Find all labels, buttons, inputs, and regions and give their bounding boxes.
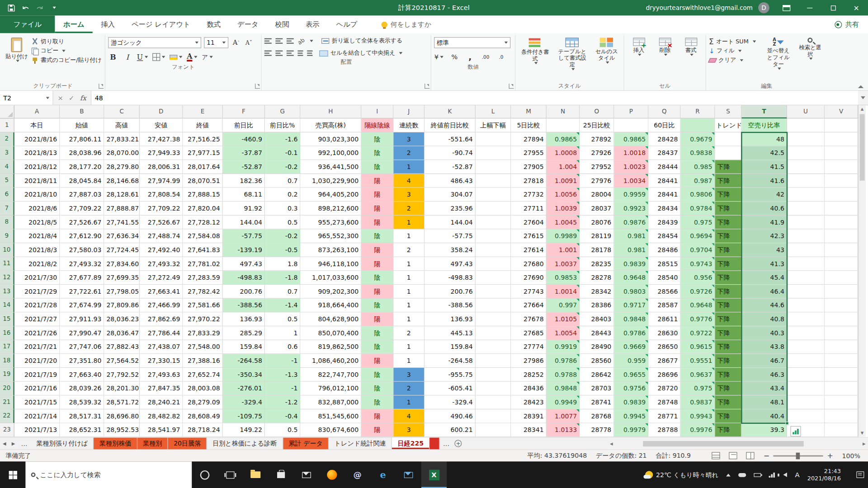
cell[interactable]: 0.9945 bbox=[614, 409, 648, 423]
cell[interactable] bbox=[825, 340, 858, 354]
sheet-tab[interactable]: トレンド統計関連 bbox=[329, 438, 392, 450]
cell[interactable]: -498.83 bbox=[223, 271, 265, 285]
cell[interactable]: 804,628,900 bbox=[301, 312, 362, 326]
cell[interactable]: 0.981 bbox=[614, 243, 648, 257]
cell[interactable] bbox=[787, 230, 825, 244]
cell[interactable] bbox=[476, 340, 511, 354]
cell[interactable]: 27,652.74 bbox=[183, 368, 223, 382]
cell[interactable]: 27952 bbox=[580, 160, 614, 174]
cell[interactable]: -139.19 bbox=[223, 243, 265, 257]
cell[interactable]: 陰 bbox=[361, 340, 393, 354]
row-header-7[interactable]: 7 bbox=[0, 202, 14, 216]
cell[interactable]: 28444 bbox=[648, 160, 680, 174]
row-header-12[interactable]: 12 bbox=[0, 271, 14, 285]
cell[interactable]: -1.6 bbox=[265, 132, 300, 146]
account-email[interactable]: dryyourtearswithlove1@gmail.com bbox=[646, 4, 753, 11]
row-header-6[interactable]: 6 bbox=[0, 188, 14, 202]
cell[interactable]: 28,539.32 bbox=[60, 395, 104, 409]
cell[interactable]: 235.96 bbox=[425, 202, 476, 216]
qat-customize-icon[interactable] bbox=[47, 1, 61, 14]
cell[interactable]: 下降 bbox=[715, 174, 742, 188]
cell[interactable] bbox=[787, 409, 825, 423]
cell[interactable]: 28386 bbox=[580, 299, 614, 313]
scroll-down-icon[interactable]: ▼ bbox=[859, 429, 866, 437]
row-header-14[interactable]: 14 bbox=[0, 299, 14, 313]
cell[interactable]: 27,882.43 bbox=[104, 340, 139, 354]
header-cell[interactable]: 5日比較 bbox=[511, 118, 546, 132]
cell[interactable] bbox=[825, 354, 858, 368]
cell[interactable]: -52.87 bbox=[223, 160, 265, 174]
cell[interactable]: 27905 bbox=[511, 160, 546, 174]
cell[interactable] bbox=[787, 382, 825, 396]
cell[interactable]: 2021/7/21 bbox=[14, 340, 60, 354]
cell[interactable]: 0.9848 bbox=[614, 312, 648, 326]
cell[interactable]: 0.9839 bbox=[614, 395, 648, 409]
cell[interactable]: 1.0039 bbox=[547, 202, 580, 216]
cell[interactable]: 822,747,700 bbox=[301, 368, 362, 382]
cell[interactable]: 28,541.97 bbox=[140, 423, 183, 437]
cell[interactable]: 40.4 bbox=[741, 409, 787, 423]
cell[interactable]: 0.997 bbox=[547, 299, 580, 313]
sheet-tab[interactable]: 業種別株価 bbox=[94, 438, 137, 450]
cell[interactable]: 27976 bbox=[580, 174, 614, 188]
row-header-4[interactable]: 4 bbox=[0, 160, 14, 174]
cell[interactable]: 0.9637 bbox=[681, 368, 715, 382]
column-header-G[interactable]: G bbox=[265, 105, 300, 118]
cell[interactable]: 28403 bbox=[580, 312, 614, 326]
volume-status[interactable] bbox=[779, 461, 791, 488]
row-header-10[interactable]: 10 bbox=[0, 243, 14, 257]
cell[interactable]: 42 bbox=[741, 188, 787, 202]
zoom-slider[interactable] bbox=[774, 455, 823, 456]
ribbon-tab-数式[interactable]: 数式 bbox=[198, 15, 229, 33]
cell[interactable]: 陰 bbox=[361, 395, 393, 409]
column-header-J[interactable]: J bbox=[393, 105, 425, 118]
row-header-5[interactable]: 5 bbox=[0, 174, 14, 188]
cell[interactable]: 946,118,100 bbox=[301, 257, 362, 271]
cell[interactable]: 28,039.26 bbox=[60, 382, 104, 396]
cell[interactable]: 28,482.82 bbox=[140, 409, 183, 423]
cell[interactable]: 182.36 bbox=[223, 174, 265, 188]
header-cell[interactable]: 陽線陰線 bbox=[361, 118, 393, 132]
sort-filter-button[interactable]: AZ 並べ替えとフィルター bbox=[763, 35, 794, 81]
cell[interactable]: 下降 bbox=[715, 326, 742, 340]
alignment-dialog-launcher[interactable] bbox=[425, 84, 429, 89]
cell[interactable] bbox=[825, 299, 858, 313]
cell[interactable]: 40.6 bbox=[741, 202, 787, 216]
cell[interactable]: 600.21 bbox=[425, 423, 476, 437]
sheet-nav-right-icon[interactable]: ▶ bbox=[9, 438, 18, 450]
sheet-tab-active[interactable]: 日経225 bbox=[392, 438, 429, 450]
cell[interactable]: 27,663.40 bbox=[60, 368, 104, 382]
scroll-up-icon[interactable]: ▲ bbox=[859, 105, 866, 113]
column-header-B[interactable]: B bbox=[60, 105, 104, 118]
weather-widget[interactable]: 22℃ くもり時々晴れ bbox=[642, 461, 722, 488]
cell[interactable]: 1 bbox=[393, 312, 425, 326]
row-header-18[interactable]: 18 bbox=[0, 354, 14, 368]
cell[interactable]: 27,808.54 bbox=[140, 188, 183, 202]
cell[interactable] bbox=[787, 257, 825, 271]
cell[interactable]: 2021/7/20 bbox=[14, 354, 60, 368]
cell[interactable]: 43 bbox=[741, 243, 787, 257]
cell[interactable]: 27,722.61 bbox=[60, 285, 104, 299]
cell[interactable]: 27,488.74 bbox=[140, 230, 183, 244]
cell[interactable]: 0.9669 bbox=[614, 340, 648, 354]
cell[interactable]: -90.74 bbox=[425, 146, 476, 160]
cell[interactable]: 2 bbox=[393, 146, 425, 160]
cell[interactable]: 1.0018 bbox=[614, 146, 648, 160]
cell[interactable]: 0.9837 bbox=[681, 395, 715, 409]
header-cell[interactable]: 25日比較 bbox=[580, 118, 614, 132]
cell[interactable]: 27,584.08 bbox=[183, 230, 223, 244]
cell[interactable]: 0.9784 bbox=[681, 202, 715, 216]
cell[interactable]: 909,202,300 bbox=[301, 285, 362, 299]
cell[interactable]: 27,612.90 bbox=[60, 230, 104, 244]
cell[interactable]: 0.9959 bbox=[614, 188, 648, 202]
formula-input[interactable]: 48 bbox=[91, 91, 858, 105]
row-header-17[interactable]: 17 bbox=[0, 340, 14, 354]
cell[interactable]: 0.5 bbox=[265, 312, 300, 326]
formula-bar-expand-icon[interactable] bbox=[858, 91, 868, 105]
autosum-button[interactable]: Σオート SUM bbox=[709, 38, 760, 45]
cell[interactable] bbox=[787, 368, 825, 382]
header-cell[interactable]: 前日比 bbox=[223, 118, 265, 132]
cell[interactable] bbox=[476, 271, 511, 285]
cell[interactable] bbox=[825, 285, 858, 299]
vertical-scroll-thumb[interactable] bbox=[860, 114, 865, 181]
